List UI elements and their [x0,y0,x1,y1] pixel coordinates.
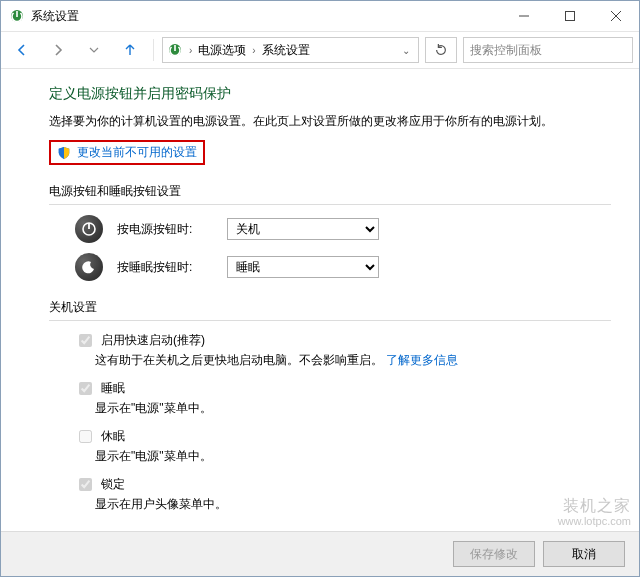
highlight-box: 更改当前不可用的设置 [49,140,205,165]
nav-row: › 电源选项 › 系统设置 ⌄ [1,31,639,69]
separator [153,39,154,61]
recent-dropdown[interactable] [79,36,109,64]
section-heading-buttons: 电源按钮和睡眠按钮设置 [49,183,611,200]
fast-startup-label: 启用快速启动(推荐) [101,332,205,349]
lock-block: 锁定 显示在用户头像菜单中。 [75,475,611,513]
titlebar: 系统设置 [1,1,639,31]
chevron-right-icon[interactable]: › [187,45,194,56]
chevron-down-icon[interactable]: ⌄ [398,45,414,56]
divider [49,204,611,205]
cancel-button[interactable]: 取消 [543,541,625,567]
power-button-row: 按电源按钮时: 关机 [75,215,611,243]
forward-button[interactable] [43,36,73,64]
sleep-description: 显示在"电源"菜单中。 [95,400,611,417]
svg-rect-7 [174,45,176,51]
fast-startup-block: 启用快速启动(推荐) 这有助于在关机之后更快地启动电脑。不会影响重启。 了解更多… [75,331,611,369]
breadcrumb-item[interactable]: 电源选项 [198,42,246,59]
search-input[interactable] [468,42,628,58]
page-description: 选择要为你的计算机设置的电源设置。在此页上对设置所做的更改将应用于你所有的电源计… [49,113,611,130]
window-title: 系统设置 [31,8,79,25]
hibernate-checkbox[interactable] [79,430,92,443]
save-button[interactable]: 保存修改 [453,541,535,567]
sleep-icon [75,253,103,281]
lock-label: 锁定 [101,476,125,493]
svg-rect-3 [566,12,575,21]
refresh-button[interactable] [425,37,457,63]
learn-more-link[interactable]: 了解更多信息 [386,353,458,367]
close-button[interactable] [593,1,639,31]
lock-description: 显示在用户头像菜单中。 [95,496,611,513]
power-button-label: 按电源按钮时: [117,221,213,238]
hibernate-block: 休眠 显示在"电源"菜单中。 [75,427,611,465]
fast-startup-checkbox[interactable] [79,334,92,347]
section-heading-shutdown: 关机设置 [49,299,611,316]
content-area: 定义电源按钮并启用密码保护 选择要为你的计算机设置的电源设置。在此页上对设置所做… [1,69,639,531]
breadcrumb-icon [167,42,183,58]
shield-icon [57,146,71,160]
sleep-checkbox[interactable] [79,382,92,395]
sleep-block: 睡眠 显示在"电源"菜单中。 [75,379,611,417]
power-button-select[interactable]: 关机 [227,218,379,240]
lock-checkbox[interactable] [79,478,92,491]
svg-rect-1 [16,11,18,17]
fast-startup-description: 这有助于在关机之后更快地启动电脑。不会影响重启。 了解更多信息 [95,352,611,369]
search-box[interactable] [463,37,633,63]
footer: 保存修改 取消 [1,531,639,576]
window: 系统设置 › 电源选项 › 系统设置 ⌄ [0,0,640,577]
sleep-label: 睡眠 [101,380,125,397]
hibernate-label: 休眠 [101,428,125,445]
back-button[interactable] [7,36,37,64]
change-unavailable-settings-link[interactable]: 更改当前不可用的设置 [77,144,197,161]
divider [49,320,611,321]
chevron-right-icon[interactable]: › [250,45,257,56]
page-title: 定义电源按钮并启用密码保护 [49,85,611,103]
minimize-button[interactable] [501,1,547,31]
window-buttons [501,1,639,31]
up-button[interactable] [115,36,145,64]
hibernate-description: 显示在"电源"菜单中。 [95,448,611,465]
breadcrumb[interactable]: › 电源选项 › 系统设置 ⌄ [162,37,419,63]
sleep-button-row: 按睡眠按钮时: 睡眠 [75,253,611,281]
maximize-button[interactable] [547,1,593,31]
breadcrumb-item[interactable]: 系统设置 [262,42,310,59]
sleep-button-select[interactable]: 睡眠 [227,256,379,278]
sleep-button-label: 按睡眠按钮时: [117,259,213,276]
app-icon [9,8,25,24]
power-icon [75,215,103,243]
